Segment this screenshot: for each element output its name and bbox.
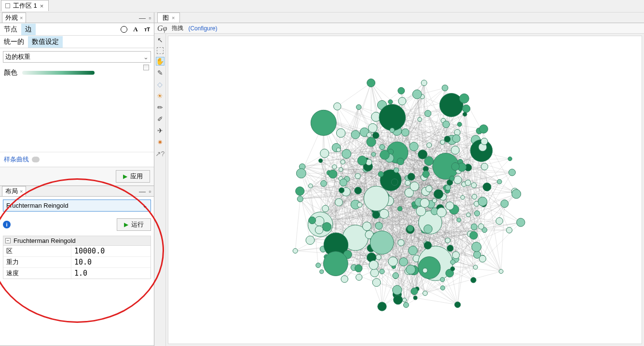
maximize-icon[interactable]: ▫ xyxy=(148,188,152,195)
brush-tool-icon[interactable]: ✎ xyxy=(156,68,164,77)
svg-point-1151 xyxy=(315,216,324,226)
svg-point-1088 xyxy=(481,163,488,170)
svg-point-1209 xyxy=(336,148,340,152)
layout-algorithm-select[interactable]: Fruchterman Reingold ⌄ xyxy=(3,200,151,212)
graph-tab[interactable]: 图 × xyxy=(157,13,180,23)
tab-nodes[interactable]: 节点 xyxy=(0,24,21,35)
diamond-tool-icon[interactable]: ◇ xyxy=(156,80,164,89)
svg-point-1267 xyxy=(378,172,383,177)
pencil-tool-icon[interactable]: ✏ xyxy=(156,103,164,112)
svg-point-1190 xyxy=(295,187,304,196)
tab-edges[interactable]: 边 xyxy=(21,24,36,35)
edge-pencil-tool-icon[interactable]: ✐ xyxy=(156,115,164,123)
minimize-icon[interactable]: — xyxy=(138,188,147,195)
svg-point-1045 xyxy=(456,218,461,222)
svg-point-1038 xyxy=(397,206,402,211)
label-size-icon[interactable]: тT xyxy=(143,26,151,33)
run-button[interactable]: ▶ 运行 xyxy=(117,218,151,231)
property-row[interactable]: 重力 10.0 xyxy=(3,257,151,268)
heatmap-tool-icon[interactable]: ☀ xyxy=(156,92,164,100)
info-icon[interactable]: i xyxy=(3,221,11,228)
palette-icon[interactable] xyxy=(120,26,128,33)
property-value[interactable]: 1.0 xyxy=(71,268,151,279)
svg-point-1087 xyxy=(454,302,460,307)
svg-point-1248 xyxy=(339,187,344,193)
property-row[interactable]: 区 10000.0 xyxy=(3,246,151,257)
svg-point-1261 xyxy=(308,217,315,224)
configure-link[interactable]: (Configure) xyxy=(188,25,217,32)
svg-point-1137 xyxy=(500,200,508,208)
svg-point-1105 xyxy=(403,302,409,307)
mode-uniform[interactable]: 统一的 xyxy=(0,36,28,48)
svg-point-1270 xyxy=(323,252,348,276)
svg-point-1247 xyxy=(297,196,303,202)
svg-point-1258 xyxy=(369,260,378,269)
svg-point-1203 xyxy=(479,255,486,262)
svg-point-1116 xyxy=(418,257,440,279)
appearance-tab[interactable]: 外观 × xyxy=(2,13,26,23)
svg-point-1250 xyxy=(357,156,367,165)
svg-point-1271 xyxy=(422,171,429,177)
svg-point-1164 xyxy=(394,168,398,173)
spline-icon[interactable] xyxy=(32,157,40,162)
svg-point-1154 xyxy=(424,241,431,249)
svg-point-1042 xyxy=(341,276,348,283)
graph-tab-close[interactable]: × xyxy=(172,15,175,21)
property-value[interactable]: 10.0 xyxy=(71,257,151,267)
svg-point-1195 xyxy=(376,254,381,260)
gear-tool-icon[interactable]: ✷ xyxy=(156,138,164,146)
svg-point-1215 xyxy=(355,265,362,272)
svg-point-1191 xyxy=(424,225,432,233)
svg-line-611 xyxy=(484,223,521,230)
svg-point-1020 xyxy=(322,205,329,212)
mode-ranking[interactable]: 数值设定 xyxy=(28,36,63,48)
layout-tab-close[interactable]: × xyxy=(20,188,23,194)
svg-point-1218 xyxy=(480,138,487,145)
svg-point-1204 xyxy=(351,131,360,139)
layout-panel: Fruchterman Reingold ⌄ i ▶ 运行 − Fruchter… xyxy=(0,197,154,346)
svg-point-1175 xyxy=(516,218,524,226)
workspace-tab-close[interactable]: × xyxy=(40,2,44,10)
svg-point-1026 xyxy=(425,110,431,117)
maximize-icon[interactable]: ▫ xyxy=(148,14,152,21)
svg-point-1068 xyxy=(409,142,418,151)
property-row[interactable]: 速度 1.0 xyxy=(3,268,151,279)
svg-point-1233 xyxy=(473,265,478,269)
color-presets-icon[interactable] xyxy=(143,65,149,70)
workspace-icon xyxy=(5,3,10,8)
apply-button[interactable]: ▶ 应用 xyxy=(116,170,150,183)
pointer-tool-icon[interactable]: ↖ xyxy=(156,36,164,44)
svg-point-1256 xyxy=(451,162,459,170)
workspace-tab[interactable]: 工作区 1 × xyxy=(1,0,49,11)
size-icon[interactable]: A xyxy=(132,26,139,33)
svg-point-1132 xyxy=(426,143,431,147)
svg-point-1063 xyxy=(392,285,401,294)
color-label: 颜色 xyxy=(4,68,17,77)
svg-point-1124 xyxy=(329,170,337,179)
svg-point-1221 xyxy=(440,278,444,282)
property-section-header[interactable]: − Fruchterman Reingold xyxy=(3,236,151,246)
svg-point-1059 xyxy=(388,100,392,104)
spline-link[interactable]: 样条曲线 xyxy=(4,155,29,164)
drag-tool-icon[interactable]: ✋ xyxy=(156,57,164,66)
svg-point-1097 xyxy=(336,129,345,137)
minimize-icon[interactable]: — xyxy=(138,14,147,21)
svg-point-1242 xyxy=(452,134,460,142)
svg-point-1101 xyxy=(315,263,320,268)
whatsthis-tool-icon[interactable]: ↗? xyxy=(156,149,164,158)
property-value[interactable]: 10000.0 xyxy=(71,246,151,256)
svg-point-1112 xyxy=(444,136,450,142)
airplane-tool-icon[interactable]: ✈ xyxy=(156,126,164,135)
appearance-tab-close[interactable]: × xyxy=(20,15,23,21)
rect-select-tool-icon[interactable] xyxy=(157,47,164,54)
graph-canvas[interactable] xyxy=(168,36,642,344)
layout-tab-label: 布局 xyxy=(5,187,18,196)
apply-button-label: 应用 xyxy=(130,172,143,181)
play-icon: ▶ xyxy=(124,221,128,228)
svg-point-1178 xyxy=(469,231,477,239)
color-gradient-slider[interactable] xyxy=(22,71,95,75)
chevron-down-icon: ⌄ xyxy=(143,53,149,61)
svg-point-1254 xyxy=(420,199,429,208)
attribute-select[interactable]: 边的权重 ⌄ xyxy=(3,51,151,63)
layout-tab[interactable]: 布局 × xyxy=(2,186,26,196)
